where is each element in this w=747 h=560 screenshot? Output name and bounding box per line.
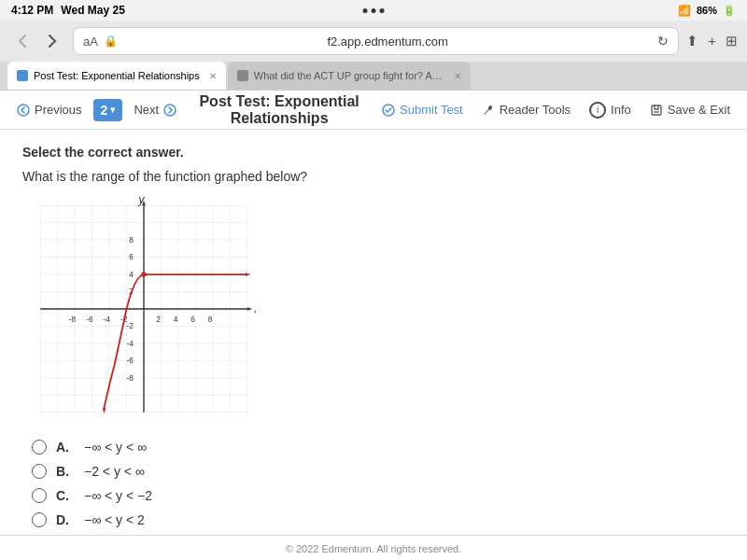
- submit-icon: [382, 104, 395, 117]
- new-tab-icon[interactable]: +: [708, 33, 716, 49]
- svg-text:y: y: [137, 197, 145, 206]
- text-d: −∞ < y < 2: [84, 512, 145, 527]
- label-c: C.: [56, 488, 75, 503]
- battery-icon: 🔋: [723, 5, 736, 17]
- next-label: Next: [134, 103, 159, 117]
- tab-favicon-1: [17, 70, 28, 81]
- radio-b[interactable]: [32, 464, 47, 479]
- tab-close-2[interactable]: ✕: [454, 71, 461, 81]
- svg-rect-3: [652, 105, 661, 115]
- text-a: −∞ < y < ∞: [84, 440, 147, 455]
- svg-point-1: [164, 105, 176, 116]
- svg-text:-4: -4: [127, 339, 134, 348]
- answer-choice-b[interactable]: B. −2 < y < ∞: [32, 464, 725, 479]
- footer: © 2022 Edmentum. All rights reserved.: [0, 535, 747, 560]
- tab-favicon-2: [237, 70, 248, 81]
- question-prompt: Select the correct answer.: [22, 145, 725, 160]
- answer-choices: A. −∞ < y < ∞ B. −2 < y < ∞ C. −∞ < y < …: [22, 440, 725, 527]
- submit-label: Submit Test: [400, 103, 463, 117]
- answer-choice-a[interactable]: A. −∞ < y < ∞: [32, 440, 725, 455]
- share-icon[interactable]: ⬆: [686, 33, 698, 49]
- tabs-icon[interactable]: ⊞: [726, 33, 738, 49]
- svg-text:6: 6: [190, 315, 195, 324]
- status-bar: 4:12 PM Wed May 25 📶 86% 🔋: [0, 0, 747, 21]
- info-icon: i: [589, 102, 606, 119]
- radio-a[interactable]: [32, 440, 47, 455]
- text-c: −∞ < y < −2: [84, 488, 152, 503]
- answer-choice-d[interactable]: D. −∞ < y < 2: [32, 512, 725, 527]
- question-text: What is the range of the function graphe…: [22, 169, 725, 184]
- lock-icon: 🔒: [104, 35, 118, 48]
- prev-arrow-icon: [17, 104, 30, 117]
- question-number[interactable]: 2 ▾: [93, 99, 123, 121]
- browser-back-button[interactable]: [9, 28, 35, 54]
- answer-choice-c[interactable]: C. −∞ < y < −2: [32, 488, 725, 503]
- info-label: Info: [611, 103, 631, 117]
- save-exit-label: Save & Exit: [668, 103, 730, 117]
- previous-button[interactable]: Previous: [7, 97, 92, 122]
- browser-tabs: Post Test: Exponential Relationships ✕ W…: [0, 62, 747, 90]
- copyright-text: © 2022 Edmentum. All rights reserved.: [286, 543, 461, 554]
- address-bar[interactable]: aA 🔒 f2.app.edmentum.com ↻: [73, 27, 679, 55]
- info-button[interactable]: i Info: [580, 96, 641, 124]
- svg-text:4: 4: [174, 315, 178, 324]
- app-toolbar: Previous 2 ▾ Next Post Test: Exponential…: [0, 91, 747, 130]
- submit-test-button[interactable]: Submit Test: [373, 97, 472, 122]
- reader-tools-button[interactable]: Reader Tools: [472, 97, 580, 122]
- text-b: −2 < y < ∞: [84, 464, 145, 479]
- tab-act-up[interactable]: What did the ACT UP group fight for? A. …: [228, 62, 471, 90]
- svg-text:-6: -6: [86, 315, 93, 324]
- svg-text:-2: -2: [127, 321, 134, 330]
- chevron-down-icon: ▾: [110, 105, 115, 115]
- svg-point-0: [18, 105, 29, 116]
- browser-chrome: aA 🔒 f2.app.edmentum.com ↻ ⬆ + ⊞ Post Te…: [0, 21, 747, 91]
- svg-text:6: 6: [129, 252, 134, 261]
- url-text: f2.app.edmentum.com: [123, 35, 652, 49]
- svg-marker-50: [246, 273, 251, 276]
- aa-text: aA: [83, 35, 98, 49]
- save-icon: [650, 104, 663, 117]
- date-display: Wed May 25: [61, 4, 124, 17]
- question-num-value: 2: [101, 103, 108, 118]
- svg-text:-6: -6: [127, 356, 134, 365]
- graph-container: X y -8 -6 -4 -2 2 4 6 8 8 6 4 2 -2 -4 -6…: [32, 197, 256, 425]
- next-arrow-icon: [163, 104, 176, 117]
- svg-text:2: 2: [156, 315, 161, 324]
- radio-c[interactable]: [32, 488, 47, 503]
- label-d: D.: [56, 512, 75, 527]
- wifi-icon: 📶: [678, 5, 691, 17]
- next-button[interactable]: Next: [124, 97, 186, 122]
- svg-text:8: 8: [129, 235, 134, 245]
- reload-icon[interactable]: ↻: [657, 34, 669, 49]
- label-b: B.: [56, 464, 75, 479]
- previous-label: Previous: [35, 103, 82, 117]
- svg-marker-29: [247, 307, 253, 311]
- svg-text:X: X: [253, 302, 256, 315]
- svg-text:-4: -4: [104, 315, 111, 324]
- browser-forward-button[interactable]: [39, 28, 65, 54]
- save-exit-button[interactable]: Save & Exit: [641, 97, 740, 122]
- svg-text:-8: -8: [69, 315, 77, 324]
- label-a: A.: [56, 440, 75, 455]
- radio-d[interactable]: [32, 512, 47, 527]
- tab-title-2: What did the ACT UP group fight for? A. …: [254, 70, 444, 81]
- svg-text:-8: -8: [127, 373, 134, 383]
- tab-title-1: Post Test: Exponential Relationships: [34, 70, 200, 81]
- tab-close-1[interactable]: ✕: [209, 71, 217, 81]
- svg-text:4: 4: [129, 270, 134, 279]
- svg-text:8: 8: [208, 315, 213, 324]
- time-display: 4:12 PM: [11, 4, 53, 17]
- page-title: Post Test: Exponential Relationships: [186, 93, 373, 127]
- wrench-icon: [482, 104, 495, 117]
- main-content: Select the correct answer. What is the r…: [0, 130, 747, 535]
- battery-display: 86%: [697, 5, 717, 16]
- tab-post-test[interactable]: Post Test: Exponential Relationships ✕: [7, 62, 226, 90]
- status-bar-right: 📶 86% 🔋: [678, 5, 736, 17]
- svg-point-52: [141, 272, 147, 277]
- reader-tools-label: Reader Tools: [500, 103, 571, 117]
- function-graph: X y -8 -6 -4 -2 2 4 6 8 8 6 4 2 -2 -4 -6…: [32, 197, 256, 421]
